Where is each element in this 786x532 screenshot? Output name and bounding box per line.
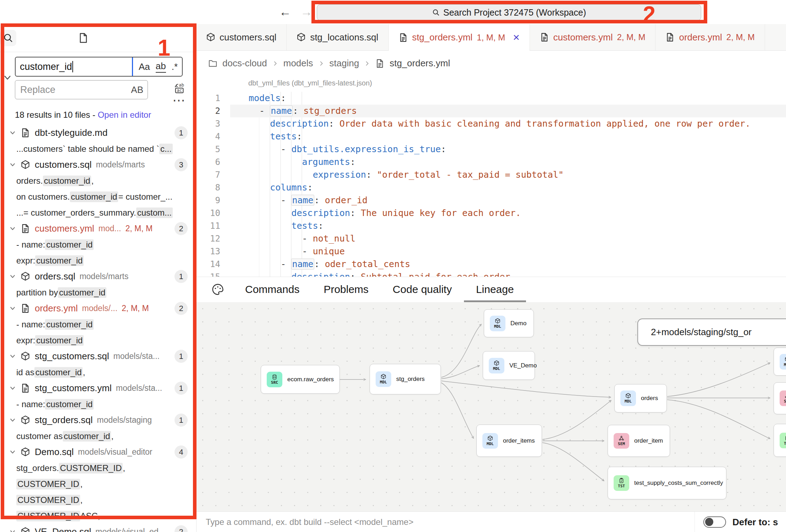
search-result-file[interactable]: Demo.sqlmodels/visual_editor4 — [0, 444, 196, 460]
line-number[interactable]: 8 — [196, 181, 230, 194]
breadcrumb-item[interactable]: models — [283, 58, 313, 69]
lineage-node-order_item[interactable]: SEMorder_item — [608, 425, 670, 457]
toggle-replace-icon[interactable] — [3, 73, 12, 82]
match-case-toggle[interactable]: Aa — [139, 61, 150, 72]
back-button[interactable]: ← — [277, 4, 293, 20]
lineage-node-Demo[interactable]: MDLDemo — [484, 309, 534, 337]
code-line[interactable]: 7 expression: "order_total - tax_paid = … — [196, 168, 786, 181]
panel-tab-commands[interactable]: Commands — [233, 277, 311, 302]
command-input[interactable]: Type a command, ex. dbt build --select <… — [206, 512, 414, 532]
editor-tab-customers-sql[interactable]: customers.sql — [196, 24, 287, 50]
regex-toggle[interactable]: .* — [172, 61, 178, 72]
chevron-down-icon[interactable] — [9, 129, 16, 136]
code-line[interactable]: 14 - name: oder_total_cents — [196, 258, 786, 271]
search-panel-icon[interactable] — [0, 30, 16, 46]
chevron-down-icon[interactable] — [9, 225, 16, 232]
search-result-file[interactable]: VE_Demo.sqlmodels/visual_ed...2 — [0, 524, 196, 532]
search-result-match[interactable]: - name: customer_id — [0, 316, 196, 332]
code-line[interactable]: 13 - unique — [196, 245, 786, 258]
forward-button[interactable]: → — [299, 4, 314, 20]
code-line[interactable]: 3 description: Order data with basic cle… — [196, 117, 786, 130]
code-line[interactable]: 2 - name: stg_orders — [196, 105, 786, 117]
line-number[interactable]: 5 — [196, 143, 230, 156]
defer-toggle[interactable] — [703, 516, 726, 528]
theme-palette-icon[interactable] — [211, 283, 225, 296]
line-number[interactable]: 11 — [196, 220, 230, 232]
search-result-match[interactable]: expr: customer_id — [0, 332, 196, 348]
code-line[interactable]: 12 - not_null — [196, 232, 786, 245]
panel-tab-problems[interactable]: Problems — [311, 277, 381, 302]
line-number[interactable]: 10 — [196, 207, 230, 220]
lineage-node-stg_orders[interactable]: MDLstg_orders — [370, 364, 441, 394]
line-number[interactable]: 3 — [196, 117, 230, 130]
chevron-down-icon[interactable] — [9, 417, 16, 423]
search-result-file[interactable]: orders.ymlmodels/...2, M, M2 — [0, 300, 196, 316]
chevron-down-icon[interactable] — [9, 528, 16, 532]
search-result-file[interactable]: customers.ymlmod...2, M, M2 — [0, 221, 196, 237]
line-number[interactable]: 7 — [196, 168, 230, 181]
search-result-match[interactable]: stg_orders.CUSTOMER_ID, — [0, 460, 196, 476]
project-search-bar[interactable]: Search Project 372475 (Workspace) — [317, 4, 701, 21]
editor-tab-customers-yml[interactable]: customers.yml2, M, M — [530, 24, 656, 50]
line-number[interactable]: 1 — [196, 92, 230, 105]
lineage-node-partial[interactable]: TST — [774, 424, 786, 457]
line-number[interactable]: 15 — [196, 271, 230, 277]
breadcrumb-item[interactable]: docs-cloud — [222, 58, 267, 69]
code-line[interactable]: 10 description: The unique key for each … — [196, 207, 786, 220]
search-result-match[interactable]: ...= customer_orders_summary.custom... — [0, 205, 196, 221]
search-result-match[interactable]: CUSTOMER_ID, — [0, 492, 196, 508]
open-in-editor-link[interactable]: Open in editor — [98, 110, 151, 120]
search-result-match[interactable]: orders.customer_id, — [0, 173, 196, 189]
panel-tab-code-quality[interactable]: Code quality — [381, 277, 464, 302]
chevron-down-icon[interactable] — [9, 305, 16, 312]
search-input[interactable]: customer_id Aa ab .* — [15, 57, 183, 77]
editor-tab-stg_locations-sql[interactable]: stg_locations.sql — [287, 24, 388, 50]
code-line[interactable]: 11 tests: — [196, 220, 786, 232]
editor-tab-orders-yml[interactable]: orders.yml2, M, M — [655, 24, 765, 50]
code-line[interactable]: 9 - name: order_id — [196, 194, 786, 207]
lineage-filter-box[interactable]: 2+models/staging/stg_or — [637, 318, 786, 346]
panel-tab-lineage[interactable]: Lineage — [464, 277, 526, 302]
chevron-down-icon[interactable] — [9, 353, 16, 360]
code-line[interactable]: 15 description: Subtotal paid for each o… — [196, 271, 786, 277]
lineage-node-test_supply_costs_sum_correctly[interactable]: TSTtest_supply_costs_sum_correctly — [608, 467, 726, 499]
files-panel-icon[interactable] — [75, 30, 92, 46]
search-result-file[interactable]: stg_customers.ymlmodels/sta...1 — [0, 380, 196, 396]
lineage-node-ecom.raw_orders[interactable]: SRCecom.raw_orders — [261, 365, 340, 394]
search-result-file[interactable]: stg_orders.sqlmodels/staging1 — [0, 412, 196, 428]
lineage-node-order_items[interactable]: MDLorder_items — [476, 425, 542, 457]
search-result-match[interactable]: expr: customer_id — [0, 253, 196, 268]
chevron-down-icon[interactable] — [9, 385, 16, 392]
lineage-canvas[interactable]: SRCecom.raw_ordersMDLstg_ordersMDLDemoMD… — [196, 302, 786, 511]
code-line[interactable]: 6 arguments: — [196, 156, 786, 168]
preserve-case-toggle[interactable]: AB — [131, 84, 143, 95]
code-line[interactable]: 8 columns: — [196, 181, 786, 194]
line-number[interactable]: 12 — [196, 232, 230, 245]
line-number[interactable]: 6 — [196, 156, 230, 168]
lineage-node-orders[interactable]: MDLorders — [614, 384, 667, 412]
more-actions-icon[interactable]: ⋯ — [172, 93, 186, 108]
editor-tab-stg_orders-yml[interactable]: stg_orders.yml1, M, M× — [389, 24, 530, 51]
lineage-node-partial[interactable]: SEM — [774, 382, 786, 414]
search-result-match[interactable]: CUSTOMER_ID, — [0, 476, 196, 492]
chevron-down-icon[interactable] — [9, 161, 16, 168]
line-number[interactable]: 4 — [196, 130, 230, 143]
whole-word-toggle[interactable]: ab — [156, 61, 166, 73]
code-line[interactable]: 1models: — [196, 92, 786, 105]
close-icon[interactable]: × — [513, 31, 520, 44]
line-number[interactable]: 13 — [196, 245, 230, 258]
code-editor[interactable]: dbt_yml_files (dbt_yml_files-latest.json… — [196, 76, 786, 277]
code-line[interactable]: 4 tests: — [196, 130, 786, 143]
search-result-match[interactable]: partition by customer_id — [0, 284, 196, 300]
search-result-match[interactable]: CUSTOMER_ID ASC, — [0, 508, 196, 524]
line-number[interactable]: 9 — [196, 194, 230, 207]
search-result-file[interactable]: stg_customers.sqlmodels/sta...1 — [0, 348, 196, 364]
search-result-match[interactable]: customer as customer_id, — [0, 428, 196, 444]
breadcrumb-item[interactable]: staging — [330, 58, 359, 69]
code-line[interactable]: 5 - dbt_utils.expression_is_true: — [196, 143, 786, 156]
replace-input[interactable] — [20, 84, 128, 96]
search-result-match[interactable]: - name: customer_id — [0, 237, 196, 253]
line-number[interactable]: 14 — [196, 258, 230, 271]
search-result-file[interactable]: dbt-styleguide.md1 — [0, 125, 196, 141]
lineage-node-partial[interactable]: MDL — [774, 348, 786, 376]
